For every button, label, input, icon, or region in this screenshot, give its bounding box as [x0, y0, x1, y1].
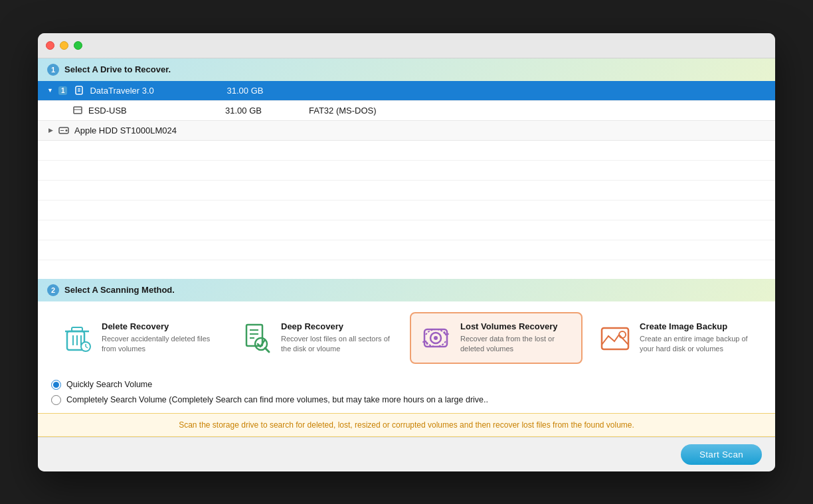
- section2-title: Select A Scanning Method.: [64, 285, 175, 295]
- create-image-text: Create Image Backup Create an entire ima…: [640, 321, 753, 355]
- lost-volumes-title: Lost Volumes Recovery: [460, 321, 573, 331]
- svg-point-6: [66, 129, 68, 131]
- drive-name-apple-hdd: Apple HDD ST1000LM024: [74, 126, 207, 135]
- hdd-icon: [58, 125, 69, 135]
- svg-rect-3: [74, 107, 82, 114]
- radio-options-container: Quickly Search Volume Completely Search …: [38, 375, 775, 413]
- titlebar: [38, 33, 775, 58]
- drive-size-esd: 31.00 GB: [225, 106, 305, 116]
- empty-row-5: [38, 220, 775, 240]
- section2-number: 2: [47, 284, 59, 296]
- radio-complete-search[interactable]: Completely Search Volume (Completely Sea…: [51, 395, 762, 405]
- delete-recovery-text: Delete Recovery Recover accidentally del…: [102, 321, 215, 355]
- create-image-desc: Create an entire image backup of your ha…: [640, 334, 753, 355]
- create-image-title: Create Image Backup: [640, 321, 753, 331]
- delete-recovery-icon: [60, 321, 94, 355]
- svg-line-23: [265, 348, 269, 352]
- drive-name-datatraveler: DataTraveler 3.0: [90, 86, 223, 96]
- radio-complete-input[interactable]: [51, 395, 61, 405]
- svg-rect-0: [76, 86, 82, 94]
- create-image-icon: [598, 321, 632, 355]
- delete-recovery-desc: Recover accidentally deleted files from …: [102, 334, 215, 355]
- svg-rect-10: [72, 327, 82, 331]
- drive-row-apple-hdd[interactable]: ▶ Apple HDD ST1000LM024: [38, 121, 775, 141]
- scan-methods-container: Delete Recovery Recover accidentally del…: [38, 301, 775, 375]
- drive-badge: 1: [58, 86, 68, 95]
- lost-volumes-text: Lost Volumes Recovery Recover data from …: [460, 321, 573, 355]
- drive-fs-esd: FAT32 (MS-DOS): [309, 106, 442, 116]
- drive-row-datatraveler[interactable]: ▼ 1 DataTraveler 3.0 31.00 GB: [38, 81, 775, 101]
- section1-title: Select A Drive to Recover.: [64, 64, 171, 74]
- scan-card-lost-volumes[interactable]: Lost Volumes Recovery Recover data from …: [410, 312, 583, 364]
- deep-recovery-title: Deep Recovery: [281, 321, 394, 331]
- expand-arrow-hdd-icon: ▶: [48, 127, 53, 133]
- scan-card-deep-recovery[interactable]: Deep Recovery Recover lost files on all …: [230, 312, 403, 364]
- close-button[interactable]: [46, 41, 54, 50]
- radio-quick-search[interactable]: Quickly Search Volume: [51, 380, 762, 390]
- empty-row-6: [38, 240, 775, 260]
- warning-text: Scan the storage drive to search for del…: [179, 420, 634, 430]
- svg-point-26: [434, 336, 438, 340]
- drive-row-esd-usb[interactable]: ESD-USB 31.00 GB FAT32 (MS-DOS): [38, 101, 775, 121]
- empty-row-1: [38, 141, 775, 161]
- deep-recovery-icon: [240, 321, 273, 355]
- radio-quick-label: Quickly Search Volume: [66, 380, 152, 389]
- scan-card-create-image[interactable]: Create Image Backup Create an entire ima…: [589, 312, 762, 364]
- footer: Start Scan: [38, 437, 775, 471]
- radio-complete-label: Completely Search Volume (Completely Sea…: [66, 395, 488, 404]
- lost-volumes-icon: [419, 321, 452, 355]
- deep-recovery-text: Deep Recovery Recover lost files on all …: [281, 321, 394, 355]
- drive-size-datatraveler: 31.00 GB: [226, 86, 306, 96]
- scan-card-delete-recovery[interactable]: Delete Recovery Recover accidentally del…: [51, 312, 224, 364]
- warning-bar: Scan the storage drive to search for del…: [38, 413, 775, 437]
- section1-number: 1: [47, 64, 59, 76]
- section2-header: 2 Select A Scanning Method.: [38, 279, 775, 301]
- delete-recovery-title: Delete Recovery: [102, 321, 215, 331]
- empty-row-4: [38, 201, 775, 220]
- main-content: 1 Select A Drive to Recover. ▼ 1 DataTra…: [38, 58, 775, 471]
- maximize-button[interactable]: [74, 41, 82, 50]
- expand-arrow-icon: ▼: [47, 87, 53, 94]
- app-window: 1 Select A Drive to Recover. ▼ 1 DataTra…: [38, 33, 775, 471]
- lost-volumes-desc: Recover data from the lost or deleted vo…: [460, 334, 573, 355]
- section1-header: 1 Select A Drive to Recover.: [38, 58, 775, 81]
- empty-row-3: [38, 181, 775, 201]
- deep-recovery-desc: Recover lost files on all sectors of the…: [281, 334, 394, 355]
- empty-row-2: [38, 161, 775, 181]
- start-scan-button[interactable]: Start Scan: [681, 444, 762, 465]
- drive-list: ▼ 1 DataTraveler 3.0 31.00 GB: [38, 81, 775, 141]
- radio-quick-input[interactable]: [51, 380, 61, 390]
- minimize-button[interactable]: [60, 41, 68, 50]
- drive-list-empty: [38, 141, 775, 279]
- usb-icon: [74, 85, 84, 96]
- volume-icon: [72, 105, 83, 116]
- drive-name-esd: ESD-USB: [88, 106, 221, 116]
- svg-point-28: [619, 331, 626, 338]
